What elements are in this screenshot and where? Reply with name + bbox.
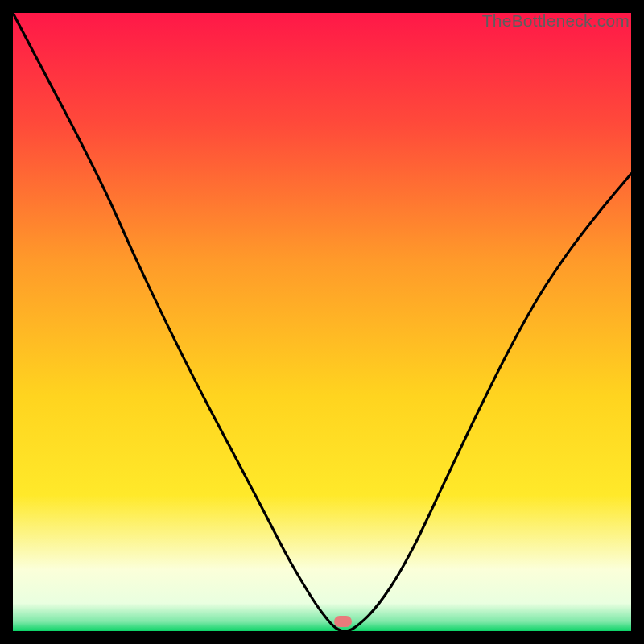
chart-frame: TheBottleneck.com	[13, 13, 631, 631]
watermark-label: TheBottleneck.com	[482, 11, 630, 31]
optimal-point-marker	[334, 616, 352, 627]
gradient-background	[13, 13, 631, 631]
bottleneck-plot	[13, 13, 631, 631]
